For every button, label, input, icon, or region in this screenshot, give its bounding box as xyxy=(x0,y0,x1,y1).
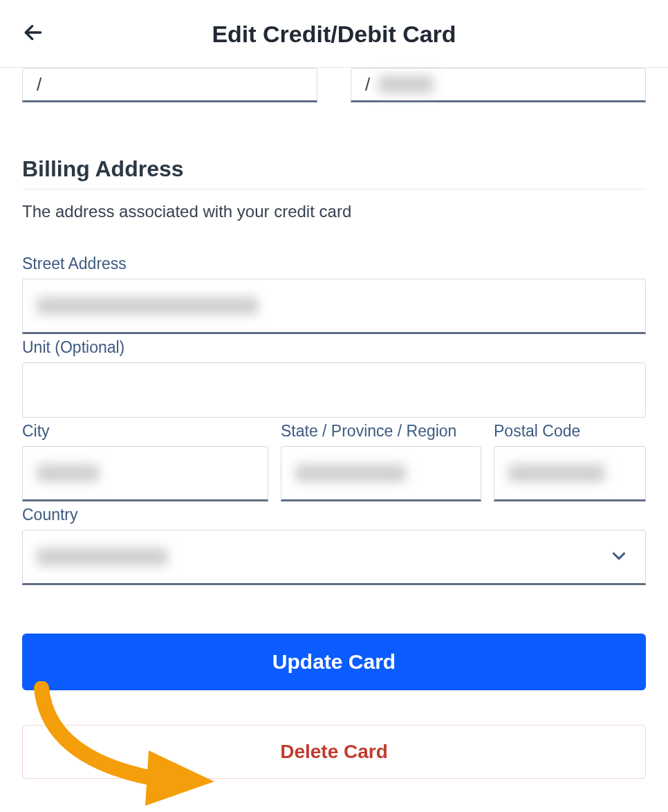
state-label: State / Province / Region xyxy=(281,422,481,441)
billing-subtitle: The address associated with your credit … xyxy=(22,202,646,221)
card-meta-row: / / xyxy=(0,68,668,102)
state-value-redacted xyxy=(295,464,406,482)
cvv-field[interactable]: / xyxy=(351,68,646,102)
delete-card-button[interactable]: Delete Card xyxy=(22,725,646,779)
city-state-postal-row: City State / Province / Region Postal Co… xyxy=(22,422,646,501)
billing-section: Billing Address The address associated w… xyxy=(0,156,668,779)
country-label: Country xyxy=(22,506,646,524)
back-icon[interactable] xyxy=(22,21,44,46)
update-card-button[interactable]: Update Card xyxy=(22,634,646,690)
postal-group: Postal Code xyxy=(494,422,646,501)
postal-label: Postal Code xyxy=(494,422,646,441)
street-input[interactable] xyxy=(22,279,646,334)
cvv-value-redacted xyxy=(378,75,434,93)
city-input[interactable] xyxy=(22,446,268,501)
unit-group: Unit (Optional) xyxy=(22,338,646,418)
city-value-redacted xyxy=(37,464,99,482)
city-label: City xyxy=(22,422,268,441)
unit-label: Unit (Optional) xyxy=(22,338,646,357)
billing-heading: Billing Address xyxy=(22,156,646,190)
header: Edit Credit/Debit Card xyxy=(0,0,668,68)
expiry-field[interactable]: / xyxy=(22,68,317,102)
page-title: Edit Credit/Debit Card xyxy=(22,21,646,48)
street-group: Street Address xyxy=(22,255,646,334)
state-group: State / Province / Region xyxy=(281,422,481,501)
country-select[interactable] xyxy=(22,530,646,585)
expiry-separator: / xyxy=(37,74,41,95)
postal-input[interactable] xyxy=(494,446,646,501)
postal-value-redacted xyxy=(508,464,605,482)
unit-input[interactable] xyxy=(22,362,646,418)
country-group: Country xyxy=(22,506,646,585)
street-value-redacted xyxy=(37,297,258,315)
country-value-redacted xyxy=(37,548,168,566)
state-input[interactable] xyxy=(281,446,481,501)
cvv-separator: / xyxy=(365,74,370,95)
city-group: City xyxy=(22,422,268,501)
street-label: Street Address xyxy=(22,255,646,273)
